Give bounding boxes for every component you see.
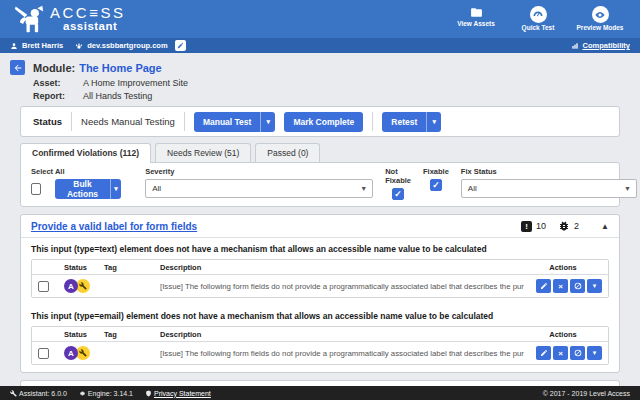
edit-action-button[interactable] <box>536 346 551 360</box>
retest-button[interactable]: Retest <box>382 112 426 132</box>
status-label: Status <box>33 116 62 127</box>
mark-complete-button[interactable]: Mark Complete <box>284 112 363 132</box>
privacy-statement: Privacy Statement <box>145 390 211 397</box>
gear-icon <box>79 390 86 397</box>
table-header: Status Tag Description Actions <box>32 327 608 342</box>
fix-status-select[interactable]: All ▼ <box>461 179 637 198</box>
issue-count-icon: ! <box>521 221 532 232</box>
module-label: Module: <box>33 62 75 74</box>
ban-icon <box>574 282 582 290</box>
violation-group-heading: This input (type=text) element does not … <box>21 238 619 257</box>
status-badge: A <box>64 346 78 360</box>
instance-count: 2 <box>574 221 579 231</box>
status-value: Needs Manual Testing <box>81 116 175 127</box>
asset-label: Asset: <box>33 78 83 88</box>
col-status: Status <box>64 263 104 272</box>
back-button[interactable] <box>10 60 25 75</box>
main-content: Module: The Home Page Asset: A Home Impr… <box>0 53 640 386</box>
tab-needs-review[interactable]: Needs Review (51) <box>155 143 251 162</box>
bar-chart-icon <box>571 42 579 50</box>
privacy-statement-link[interactable]: Privacy Statement <box>154 390 211 397</box>
ignore-action-button[interactable] <box>570 279 585 293</box>
report-value: All Hands Testing <box>83 91 152 101</box>
gauge-icon <box>530 6 547 23</box>
preview-modes-button[interactable]: Preview Modes <box>574 6 626 32</box>
manual-test-dropdown[interactable]: ▾ <box>260 112 275 132</box>
divider <box>372 112 373 131</box>
row-checkbox[interactable] <box>38 348 49 359</box>
more-actions-dropdown[interactable]: ▼ <box>587 346 602 360</box>
violation-title-link[interactable]: Provide a valid label for form fields <box>31 221 197 232</box>
col-description: Description <box>160 330 524 339</box>
bulk-actions-button[interactable]: Bulk Actions <box>55 179 110 199</box>
wrench-icon <box>79 349 87 357</box>
tag-badge <box>76 279 90 293</box>
remove-action-button[interactable]: × <box>553 279 568 293</box>
violation-description: [Issue] The following form fields do not… <box>160 349 524 358</box>
more-actions-dropdown[interactable]: ▼ <box>587 279 602 293</box>
row-checkbox[interactable] <box>38 281 49 292</box>
col-status: Status <box>64 330 104 339</box>
shield-icon <box>145 390 152 397</box>
col-tag: Tag <box>104 330 160 339</box>
module-name: The Home Page <box>79 62 162 74</box>
folder-open-icon <box>469 6 484 19</box>
retest-dropdown[interactable]: ▾ <box>426 112 441 132</box>
ban-icon <box>574 349 582 357</box>
manual-test-button[interactable]: Manual Test <box>194 112 261 132</box>
row-actions: × ▼ <box>524 346 602 360</box>
violation-badges: ! 10 2 ▲ <box>521 220 609 232</box>
severity-value: All <box>152 184 161 193</box>
paw-icon <box>75 42 83 50</box>
edit-domain-button[interactable] <box>175 40 186 51</box>
select-all-label: Select All <box>31 167 121 176</box>
remove-action-button[interactable]: × <box>553 346 568 360</box>
quick-test-button[interactable]: Quick Test <box>512 6 564 32</box>
not-fixable-group: Not Fixable ✓ <box>385 167 411 200</box>
violation-title-row: Provide a valid label for form fields ! … <box>21 215 619 237</box>
engine-version-text: Engine: 3.14.1 <box>88 390 133 397</box>
fix-status-label: Fix Status <box>461 167 637 176</box>
compatibility-label: Compatibility <box>582 41 630 50</box>
wrench-icon <box>10 390 17 397</box>
copyright-text: © 2017 - 2019 Level Access <box>543 390 630 397</box>
ignore-action-button[interactable] <box>570 346 585 360</box>
col-description: Description <box>160 263 524 272</box>
collapse-toggle[interactable]: ▲ <box>601 222 609 231</box>
view-assets-button[interactable]: View Assets <box>450 6 502 28</box>
fixable-label: Fixable <box>423 167 449 176</box>
filter-panel: Select All Bulk Actions ▾ Severity All ▼… <box>20 162 620 207</box>
col-actions: Actions <box>524 263 602 272</box>
report-row: Report: All Hands Testing <box>33 91 640 101</box>
engine-version: Engine: 3.14.1 <box>79 390 133 397</box>
status-toolbar: Status Needs Manual Testing Manual Test … <box>20 106 620 137</box>
chevron-down-icon: ▼ <box>360 185 367 192</box>
severity-select[interactable]: All ▼ <box>145 179 373 198</box>
fixable-checkbox[interactable]: ✓ <box>430 179 442 191</box>
view-assets-label: View Assets <box>457 20 495 28</box>
not-fixable-label: Not Fixable <box>385 167 411 185</box>
select-all-checkbox[interactable] <box>31 183 41 195</box>
col-tag: Tag <box>104 263 160 272</box>
brand-name: ACC≡SS <box>50 5 125 20</box>
edit-action-button[interactable] <box>536 279 551 293</box>
divider <box>71 112 72 131</box>
violation-description: [Issue] The following form fields do not… <box>160 282 524 291</box>
current-domain: dev.ssbbartgroup.com <box>87 41 167 50</box>
violation-group-heading: This input (type=email) element does not… <box>21 305 619 324</box>
table-header: Status Tag Description Actions <box>32 260 608 275</box>
brand-subname: assistant <box>63 21 125 33</box>
tab-passed[interactable]: Passed (0) <box>255 143 320 162</box>
violation-card: Provide a valid label for form fields ! … <box>20 214 620 373</box>
bulk-actions-dropdown[interactable]: ▾ <box>110 179 121 199</box>
status-badge: A <box>64 279 78 293</box>
fixable-group: Fixable ✓ <box>423 167 449 200</box>
not-fixable-checkbox[interactable]: ✓ <box>392 188 404 200</box>
issue-count: 10 <box>536 221 546 231</box>
tag-badge <box>76 346 90 360</box>
assistant-version-text: Assistant: 6.0.0 <box>19 390 67 397</box>
pencil-icon <box>540 282 548 290</box>
app-logo: ACC≡SS assistant <box>14 4 125 34</box>
compatibility-link[interactable]: Compatibility <box>571 41 630 50</box>
tab-confirmed-violations[interactable]: Confirmed Violations (112) <box>20 143 151 163</box>
